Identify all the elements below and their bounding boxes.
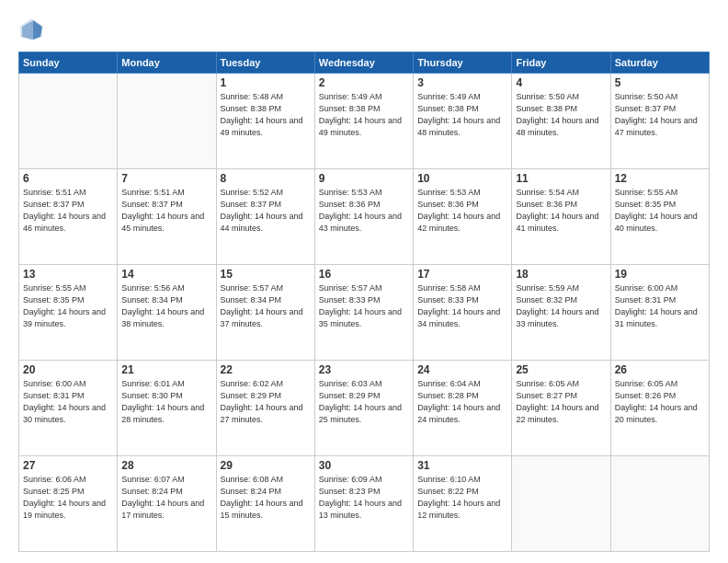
day-number: 31 [417,459,507,472]
calendar-cell: 15Sunrise: 5:57 AMSunset: 8:34 PMDayligh… [216,265,314,361]
calendar-cell [118,74,216,169]
calendar-cell: 28Sunrise: 6:07 AMSunset: 8:24 PMDayligh… [118,456,216,552]
calendar-cell: 11Sunrise: 5:54 AMSunset: 8:36 PMDayligh… [512,169,610,265]
day-info: Sunrise: 5:51 AMSunset: 8:37 PMDaylight:… [121,187,211,235]
weekday-header-monday: Monday [118,52,216,74]
calendar-cell [512,456,610,552]
day-info: Sunrise: 5:53 AMSunset: 8:36 PMDaylight:… [319,187,409,235]
day-number: 15 [221,268,311,281]
calendar-cell: 13Sunrise: 5:55 AMSunset: 8:35 PMDayligh… [19,265,118,361]
day-number: 6 [23,172,113,185]
day-number: 24 [417,363,507,376]
week-row-2: 6Sunrise: 5:51 AMSunset: 8:37 PMDaylight… [19,169,710,265]
day-info: Sunrise: 6:01 AMSunset: 8:30 PMDaylight:… [121,378,211,426]
day-number: 13 [23,268,113,281]
calendar-cell: 3Sunrise: 5:49 AMSunset: 8:38 PMDaylight… [414,74,512,169]
weekday-header-sunday: Sunday [19,52,118,74]
calendar-cell: 5Sunrise: 5:50 AMSunset: 8:37 PMDaylight… [610,74,709,169]
day-number: 19 [615,268,705,281]
weekday-header-friday: Friday [512,52,610,74]
day-info: Sunrise: 5:49 AMSunset: 8:38 PMDaylight:… [319,91,409,139]
calendar-cell: 16Sunrise: 5:57 AMSunset: 8:33 PMDayligh… [314,265,413,361]
day-number: 2 [319,76,409,89]
day-info: Sunrise: 5:50 AMSunset: 8:37 PMDaylight:… [615,91,705,139]
calendar-cell: 23Sunrise: 6:03 AMSunset: 8:29 PMDayligh… [314,361,413,456]
day-number: 5 [615,76,705,89]
calendar-cell: 31Sunrise: 6:10 AMSunset: 8:22 PMDayligh… [414,456,512,552]
day-info: Sunrise: 5:48 AMSunset: 8:38 PMDaylight:… [221,91,311,139]
day-number: 11 [516,172,606,185]
day-info: Sunrise: 6:00 AMSunset: 8:31 PMDaylight:… [23,378,113,426]
page: SundayMondayTuesdayWednesdayThursdayFrid… [0,0,728,563]
day-number: 8 [221,172,311,185]
day-info: Sunrise: 6:06 AMSunset: 8:25 PMDaylight:… [23,474,113,522]
day-number: 30 [319,459,409,472]
day-number: 20 [23,363,113,376]
day-number: 25 [516,363,606,376]
day-number: 10 [417,172,507,185]
calendar-cell: 10Sunrise: 5:53 AMSunset: 8:36 PMDayligh… [414,169,512,265]
day-number: 27 [23,459,113,472]
calendar-cell: 22Sunrise: 6:02 AMSunset: 8:29 PMDayligh… [216,361,314,456]
day-number: 16 [319,268,409,281]
day-number: 23 [319,363,409,376]
day-info: Sunrise: 5:59 AMSunset: 8:32 PMDaylight:… [516,282,606,330]
day-info: Sunrise: 5:57 AMSunset: 8:33 PMDaylight:… [319,282,409,330]
day-info: Sunrise: 5:51 AMSunset: 8:37 PMDaylight:… [23,187,113,235]
calendar-cell: 21Sunrise: 6:01 AMSunset: 8:30 PMDayligh… [118,361,216,456]
day-number: 3 [417,76,507,89]
calendar-cell [610,456,709,552]
day-number: 14 [121,268,211,281]
day-info: Sunrise: 5:54 AMSunset: 8:36 PMDaylight:… [516,187,606,235]
day-number: 7 [121,172,211,185]
day-number: 1 [221,76,311,89]
day-number: 28 [121,459,211,472]
calendar-cell: 7Sunrise: 5:51 AMSunset: 8:37 PMDaylight… [118,169,216,265]
day-info: Sunrise: 6:02 AMSunset: 8:29 PMDaylight:… [221,378,311,426]
weekday-header-tuesday: Tuesday [216,52,314,74]
day-info: Sunrise: 6:03 AMSunset: 8:29 PMDaylight:… [319,378,409,426]
day-number: 9 [319,172,409,185]
day-info: Sunrise: 5:55 AMSunset: 8:35 PMDaylight:… [23,282,113,330]
day-info: Sunrise: 5:56 AMSunset: 8:34 PMDaylight:… [121,282,211,330]
calendar-cell: 20Sunrise: 6:00 AMSunset: 8:31 PMDayligh… [19,361,118,456]
calendar-cell: 1Sunrise: 5:48 AMSunset: 8:38 PMDaylight… [216,74,314,169]
calendar-cell: 18Sunrise: 5:59 AMSunset: 8:32 PMDayligh… [512,265,610,361]
calendar-cell: 19Sunrise: 6:00 AMSunset: 8:31 PMDayligh… [610,265,709,361]
calendar-cell: 17Sunrise: 5:58 AMSunset: 8:33 PMDayligh… [414,265,512,361]
day-number: 29 [221,459,311,472]
week-row-3: 13Sunrise: 5:55 AMSunset: 8:35 PMDayligh… [19,265,710,361]
week-row-4: 20Sunrise: 6:00 AMSunset: 8:31 PMDayligh… [19,361,710,456]
day-info: Sunrise: 5:49 AMSunset: 8:38 PMDaylight:… [417,91,507,139]
calendar-cell: 12Sunrise: 5:55 AMSunset: 8:35 PMDayligh… [610,169,709,265]
calendar-table: SundayMondayTuesdayWednesdayThursdayFrid… [18,52,710,552]
day-info: Sunrise: 5:50 AMSunset: 8:38 PMDaylight:… [516,91,606,139]
day-number: 22 [221,363,311,376]
calendar-cell: 30Sunrise: 6:09 AMSunset: 8:23 PMDayligh… [314,456,413,552]
calendar-cell: 27Sunrise: 6:06 AMSunset: 8:25 PMDayligh… [19,456,118,552]
day-info: Sunrise: 6:08 AMSunset: 8:24 PMDaylight:… [221,474,311,522]
calendar-cell: 29Sunrise: 6:08 AMSunset: 8:24 PMDayligh… [216,456,314,552]
week-row-5: 27Sunrise: 6:06 AMSunset: 8:25 PMDayligh… [19,456,710,552]
day-info: Sunrise: 5:52 AMSunset: 8:37 PMDaylight:… [221,187,311,235]
calendar-cell: 9Sunrise: 5:53 AMSunset: 8:36 PMDaylight… [314,169,413,265]
calendar-cell: 26Sunrise: 6:05 AMSunset: 8:26 PMDayligh… [610,361,709,456]
logo [18,17,48,42]
day-number: 21 [121,363,211,376]
day-info: Sunrise: 6:05 AMSunset: 8:27 PMDaylight:… [516,378,606,426]
header [18,17,710,42]
day-info: Sunrise: 6:00 AMSunset: 8:31 PMDaylight:… [615,282,705,330]
day-info: Sunrise: 6:05 AMSunset: 8:26 PMDaylight:… [615,378,705,426]
day-info: Sunrise: 6:04 AMSunset: 8:28 PMDaylight:… [417,378,507,426]
calendar-cell: 25Sunrise: 6:05 AMSunset: 8:27 PMDayligh… [512,361,610,456]
day-number: 26 [615,363,705,376]
day-info: Sunrise: 5:53 AMSunset: 8:36 PMDaylight:… [417,187,507,235]
calendar-cell: 14Sunrise: 5:56 AMSunset: 8:34 PMDayligh… [118,265,216,361]
day-info: Sunrise: 5:57 AMSunset: 8:34 PMDaylight:… [221,282,311,330]
calendar-cell: 8Sunrise: 5:52 AMSunset: 8:37 PMDaylight… [216,169,314,265]
calendar-cell: 24Sunrise: 6:04 AMSunset: 8:28 PMDayligh… [414,361,512,456]
weekday-header-row: SundayMondayTuesdayWednesdayThursdayFrid… [19,52,710,74]
calendar-cell: 2Sunrise: 5:49 AMSunset: 8:38 PMDaylight… [314,74,413,169]
weekday-header-thursday: Thursday [414,52,512,74]
day-number: 17 [417,268,507,281]
